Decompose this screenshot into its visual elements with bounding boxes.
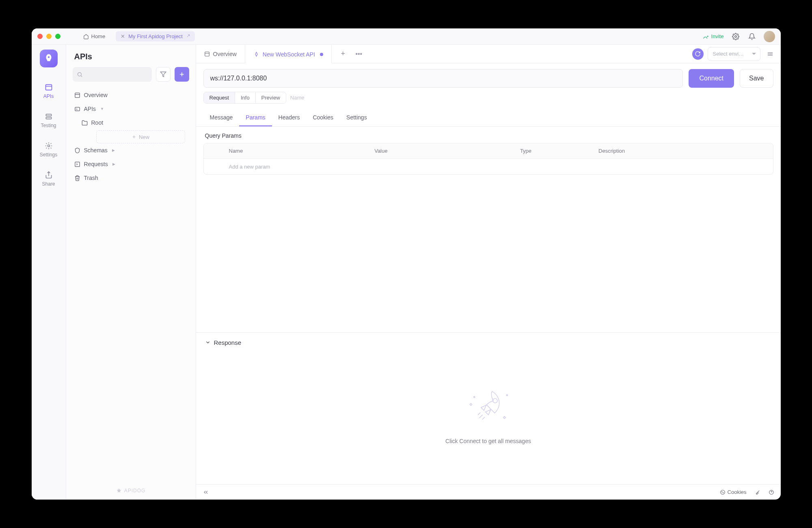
apis-icon [45,83,53,91]
invite-button[interactable]: Invite [703,33,723,39]
project-tab[interactable]: ✕ My First Apidog Project [116,31,195,41]
svg-rect-2 [45,84,52,90]
notifications-button[interactable] [747,32,756,41]
nav-item-apis[interactable]: APIs [32,80,66,102]
minimize-window-button[interactable] [46,34,52,39]
sidebar-title: APIs [74,52,92,61]
statusbar-right: Cookies [720,489,774,495]
tree-item-requests[interactable]: Requests ▶ [69,157,192,171]
refresh-env-button[interactable] [692,48,704,60]
search-row [66,67,196,87]
response-section: Response Click Connect to get all messag… [196,332,781,485]
nav-item-testing[interactable]: Testing [32,110,66,131]
url-row: Connect Save [196,63,781,92]
nav-item-settings[interactable]: Settings [32,139,66,160]
sidebar-tree: Overview N APIs ▼ Root New Schemas [66,87,196,482]
svg-line-10 [81,76,82,77]
maximize-window-button[interactable] [55,34,60,39]
add-tab-button[interactable]: + [334,45,352,63]
collapse-sidebar-button[interactable] [203,489,209,496]
content: Connect Save Request Info Preview Name M… [196,63,781,500]
chevron-down-icon [205,340,211,345]
home-tab[interactable]: Home [78,31,110,41]
titlebar-right: Invite [703,31,775,42]
logo-mark-icon [116,488,122,493]
col-type: Type [515,148,594,154]
tree-item-apis[interactable]: N APIs ▼ [69,102,192,116]
tab-more-button[interactable]: ••• [352,45,366,63]
subtab-headers[interactable]: Headers [272,109,307,126]
nav-label: Testing [41,123,56,128]
request-subtabs: Message Params Headers Cookies Settings [196,109,781,127]
help-icon [769,489,774,495]
response-title: Response [214,339,242,346]
tree-label: Requests [84,161,108,167]
api-icon: N [74,106,80,112]
filter-button[interactable] [156,67,171,82]
subtab-cookies[interactable]: Cookies [306,109,340,126]
user-avatar[interactable] [764,31,775,42]
save-button[interactable]: Save [740,69,773,88]
menu-button[interactable] [764,48,776,60]
folder-icon [82,120,88,126]
nav-item-share[interactable]: Share [32,168,66,189]
svg-point-8 [48,145,50,147]
environment-select[interactable]: Select envi… [708,47,760,61]
tree-item-root[interactable]: Root [69,116,192,130]
svg-rect-7 [46,117,51,119]
overview-icon [74,92,80,98]
nav-label: Settings [40,152,57,158]
svg-text:N: N [76,108,77,110]
rocket-illustration-icon [462,386,515,431]
new-label: New [139,134,149,140]
tab-label: Overview [213,51,237,57]
table-header: Name Value Type Description [204,143,773,159]
subtab-message[interactable]: Message [203,109,240,126]
nav-label: Share [42,181,55,187]
col-value: Value [369,148,515,154]
window-controls [37,34,60,39]
project-tab-label: My First Apidog Project [128,33,183,39]
pill-request[interactable]: Request [204,92,235,103]
response-toggle[interactable]: Response [205,339,772,346]
app-body: APIs Testing Settings Share APIs [32,45,781,500]
cookies-button[interactable]: Cookies [720,489,747,495]
env-placeholder: Select envi… [713,51,744,57]
tab-overview[interactable]: Overview [196,45,245,63]
search-input[interactable] [73,67,152,82]
pill-info[interactable]: Info [235,92,256,103]
table-row-add[interactable]: Add a new param [204,159,773,174]
subtab-params[interactable]: Params [239,109,272,126]
tab-websocket-api[interactable]: New WebSocket API [245,45,332,63]
pill-preview[interactable]: Preview [256,92,286,103]
tree-item-trash[interactable]: Trash [69,171,192,185]
sidebar-footer: APIDOG [66,482,196,500]
name-placeholder[interactable]: Name [290,95,304,101]
settings-gear-button[interactable] [731,32,740,41]
subtab-settings[interactable]: Settings [340,109,374,126]
help-button[interactable] [769,489,774,495]
home-icon [83,34,89,39]
pill-row: Request Info Preview Name [196,92,781,107]
connect-button[interactable]: Connect [689,69,734,88]
nav-rail: APIs Testing Settings Share [32,45,66,500]
tree-item-schemas[interactable]: Schemas ▶ [69,143,192,157]
close-icon[interactable]: ✕ [121,33,125,39]
app-logo[interactable] [40,50,58,67]
tree-item-overview[interactable]: Overview [69,88,192,102]
svg-point-28 [721,491,722,492]
svg-rect-21 [205,52,209,56]
trash-icon [74,175,80,181]
response-empty-text: Click Connect to get all messages [445,438,531,444]
svg-point-0 [734,35,736,37]
add-user-icon [703,34,709,39]
url-input[interactable] [203,69,683,88]
new-item-button[interactable]: New [96,130,185,143]
add-button[interactable] [175,67,189,82]
clear-button[interactable] [755,489,760,495]
home-tab-label: Home [91,33,106,39]
close-window-button[interactable] [37,34,43,39]
app-window: Home ✕ My First Apidog Project Invite [32,28,781,500]
footer-brand: APIDOG [124,488,146,493]
schema-icon [74,147,80,154]
